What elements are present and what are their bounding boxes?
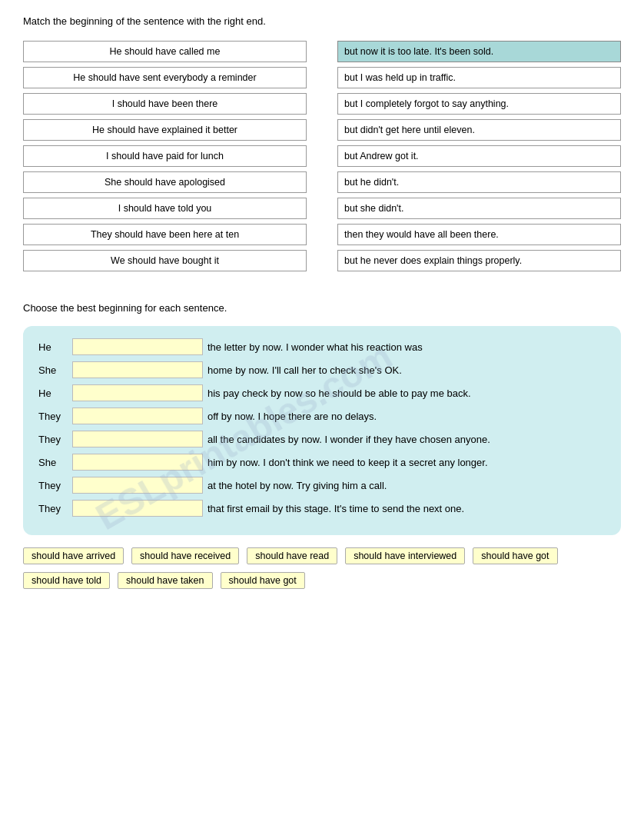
sentence-blank[interactable] (72, 431, 203, 447)
sentence-subject: She (38, 364, 68, 376)
sentence-rest: off by now. I hope there are no delays. (207, 411, 606, 422)
sentence-rest: all the candidates by now. I wonder if t… (207, 434, 606, 445)
word-tag[interactable]: should have arrived (23, 547, 124, 564)
match-right-item: but I was held up in traffic. (337, 67, 621, 88)
sentence-subject: He (38, 341, 68, 353)
sentence-blank[interactable] (72, 454, 203, 471)
instruction1: Match the beginning of the sentence with… (23, 15, 621, 27)
match-right-item: but Andrew got it. (337, 145, 621, 167)
sentence-blank[interactable] (72, 384, 203, 401)
match-left-item: I should have been there (23, 93, 307, 115)
sentence-blank[interactable] (72, 361, 203, 378)
sentence-rest: him by now. I don't think we need to kee… (207, 457, 606, 468)
sentence-blank[interactable] (72, 408, 203, 424)
sentence-row: Theyall the candidates by now. I wonder … (38, 431, 606, 447)
sentence-section: Hethe letter by now. I wonder what his r… (23, 326, 621, 535)
match-right-item: but he never does explain things properl… (337, 250, 621, 271)
match-right-item: but he didn't. (337, 171, 621, 193)
sentence-blank[interactable] (72, 338, 203, 355)
sentence-rest: the letter by now. I wonder what his rea… (207, 341, 606, 353)
match-left-item: He should have called me (23, 41, 307, 62)
match-right: but now it is too late. It's been sold.b… (337, 41, 621, 271)
word-tag[interactable]: should have got (473, 547, 557, 564)
sentence-subject: She (38, 457, 68, 468)
sentence-blank[interactable] (72, 477, 203, 494)
match-left-item: He should have explained it better (23, 119, 307, 141)
sentence-subject: They (38, 434, 68, 445)
word-tag[interactable]: should have taken (118, 572, 212, 589)
sentence-blank[interactable] (72, 500, 203, 517)
match-right-item: but now it is too late. It's been sold. (337, 41, 621, 62)
sentence-subject: They (38, 411, 68, 422)
match-left-item: She should have apologised (23, 171, 307, 193)
match-right-item: but she didn't. (337, 198, 621, 219)
match-left: He should have called meHe should have s… (23, 41, 307, 271)
sentence-rest: his pay check by now so he should be abl… (207, 388, 606, 399)
word-tag[interactable]: should have told (23, 572, 110, 589)
match-left-item: He should have sent everybody a reminder (23, 67, 307, 88)
match-right-item: but I completely forgot to say anything. (337, 93, 621, 115)
sentence-row: Theyat the hotel by now. Try giving him … (38, 477, 606, 494)
sentence-rest: at the hotel by now. Try giving him a ca… (207, 480, 606, 491)
word-bank: should have arrivedshould have receiveds… (23, 547, 621, 589)
word-tag[interactable]: should have read (247, 547, 337, 564)
sentence-row: Hehis pay check by now so he should be a… (38, 384, 606, 401)
sentence-rest: that first email by this stage. It's tim… (207, 503, 606, 514)
sentence-row: Shehome by now. I'll call her to check s… (38, 361, 606, 378)
sentence-row: Theythat first email by this stage. It's… (38, 500, 606, 517)
sentence-row: Shehim by now. I don't think we need to … (38, 454, 606, 471)
sentence-rest: home by now. I'll call her to check she'… (207, 364, 606, 376)
match-left-item: I should have paid for lunch (23, 145, 307, 167)
word-tag[interactable]: should have received (131, 547, 239, 564)
instruction2: Choose the best beginning for each sente… (23, 302, 621, 314)
sentence-subject: He (38, 388, 68, 399)
sentence-subject: They (38, 480, 68, 491)
match-left-item: We should have bought it (23, 250, 307, 271)
match-left-item: They should have been here at ten (23, 224, 307, 245)
sentence-row: Theyoff by now. I hope there are no dela… (38, 408, 606, 424)
match-section: He should have called meHe should have s… (23, 41, 621, 271)
match-right-item: but didn't get here until eleven. (337, 119, 621, 141)
word-tag[interactable]: should have interviewed (345, 547, 465, 564)
match-left-item: I should have told you (23, 198, 307, 219)
word-tag[interactable]: should have got (221, 572, 305, 589)
sentence-row: Hethe letter by now. I wonder what his r… (38, 338, 606, 355)
match-right-item: then they would have all been there. (337, 224, 621, 245)
sentence-subject: They (38, 503, 68, 514)
